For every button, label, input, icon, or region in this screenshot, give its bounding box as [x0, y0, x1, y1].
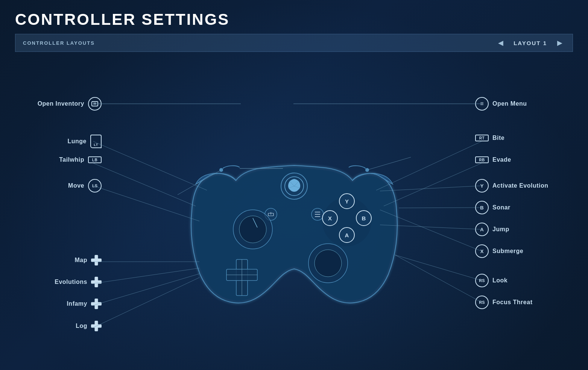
rs-focus-icon: RS [475, 296, 489, 309]
sonar-label: Sonar [492, 204, 511, 211]
binding-submerge: X Submerge [475, 244, 523, 258]
svg-rect-0 [92, 102, 98, 106]
evade-label: Evade [492, 156, 511, 163]
evolutions-label: Evolutions [55, 279, 87, 285]
activate-evolution-label: Activate Evolution [492, 182, 548, 189]
submerge-label: Submerge [492, 248, 523, 255]
left-labels: Open Inventory LT Lunge LB Tailwhip LS M… [0, 59, 105, 370]
focus-threat-label: Focus Threat [492, 299, 532, 306]
binding-evade: RB Evade [475, 156, 511, 163]
move-label: Move [68, 182, 84, 189]
lunge-label: Lunge [68, 138, 87, 145]
svg-line-34 [367, 157, 411, 170]
svg-text:X: X [328, 215, 331, 221]
controller-svg: Y X B A [178, 107, 411, 333]
right-labels: ≡ Open Menu RT Bite RB Evade Y Activate … [471, 59, 588, 370]
layout-name: LAYOUT 1 [514, 40, 547, 46]
layout-next-button[interactable]: ▶ [555, 38, 565, 48]
look-label: Look [492, 277, 507, 284]
lt-icon: LT [90, 135, 102, 148]
dpad-infamy-icon [91, 299, 102, 309]
y-button-icon: Y [475, 179, 489, 193]
binding-infamy: Infamy [67, 299, 102, 309]
bite-label: Bite [492, 135, 504, 141]
layout-bar-label: CONTROLLER LAYOUTS [23, 40, 495, 46]
binding-sonar: B Sonar [475, 201, 511, 214]
layout-nav: ◀ LAYOUT 1 ▶ [495, 38, 565, 48]
open-inventory-icon [88, 97, 102, 111]
binding-evolutions: Evolutions [55, 277, 102, 287]
binding-map: Map [75, 255, 102, 265]
rb-icon: RB [475, 156, 489, 163]
ls-icon: LS [88, 179, 102, 193]
controller-diagram: Y X B A [178, 107, 411, 333]
svg-point-13 [239, 216, 266, 243]
dpad-log-icon [91, 321, 102, 331]
b-button-icon: B [475, 201, 489, 214]
svg-text:B: B [362, 215, 366, 221]
lb-icon: LB [88, 156, 102, 163]
binding-focus-threat: RS Focus Threat [475, 296, 532, 309]
x-button-icon: X [475, 244, 489, 258]
binding-log: Log [76, 321, 102, 331]
binding-open-inventory: Open Inventory [38, 97, 102, 111]
binding-bite: RT Bite [475, 135, 504, 141]
open-menu-label: Open Menu [492, 100, 527, 107]
binding-activate-evolution: Y Activate Evolution [475, 179, 548, 193]
svg-line-43 [399, 208, 482, 208]
binding-open-menu: ≡ Open Menu [475, 97, 527, 111]
dpad-map-icon [91, 255, 102, 265]
layout-prev-button[interactable]: ◀ [495, 38, 506, 48]
layout-bar: CONTROLLER LAYOUTS ◀ LAYOUT 1 ▶ [15, 34, 573, 52]
page-title: CONTROLLER SETTINGS [0, 0, 588, 29]
main-content: Open Inventory LT Lunge LB Tailwhip LS M… [0, 59, 588, 370]
svg-text:Y: Y [345, 198, 348, 205]
open-menu-icon: ≡ [475, 97, 489, 111]
open-inventory-label: Open Inventory [38, 100, 84, 107]
svg-point-20 [315, 250, 342, 277]
a-button-icon: A [475, 223, 489, 236]
rs-look-icon: RS [475, 274, 489, 287]
binding-move: LS Move [68, 179, 102, 193]
binding-tailwhip: LB Tailwhip [59, 156, 102, 163]
infamy-label: Infamy [67, 300, 87, 307]
binding-jump: A Jump [475, 223, 509, 236]
tailwhip-label: Tailwhip [59, 156, 84, 163]
binding-lunge: LT Lunge [68, 135, 102, 148]
rt-icon: RT [475, 135, 489, 141]
log-label: Log [76, 323, 87, 329]
jump-label: Jump [492, 226, 509, 233]
binding-look: RS Look [475, 274, 507, 287]
svg-text:A: A [345, 232, 349, 238]
dpad-evolutions-icon [91, 277, 102, 287]
map-label: Map [75, 257, 88, 264]
